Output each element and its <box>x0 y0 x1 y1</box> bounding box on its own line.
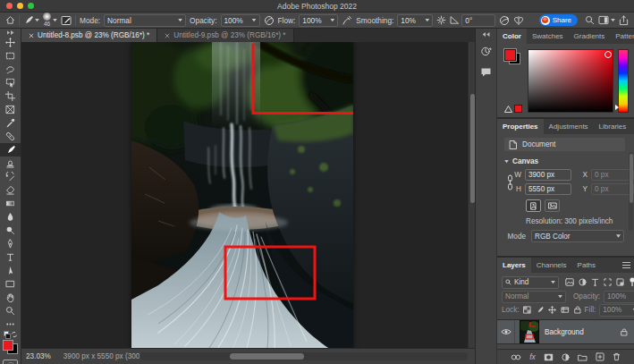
layer-effects-icon[interactable]: fx <box>529 352 536 361</box>
crop-tool[interactable] <box>0 89 21 103</box>
link-dimensions-icon[interactable] <box>506 169 514 195</box>
layer-name[interactable]: Background <box>545 328 621 336</box>
blur-tool[interactable] <box>0 210 21 224</box>
smoothing-select[interactable]: 10% <box>397 14 433 27</box>
hue-slider[interactable] <box>618 49 629 113</box>
color-picker-handle[interactable] <box>604 51 612 58</box>
object-selection-tool[interactable] <box>0 76 21 89</box>
delete-layer-icon[interactable] <box>613 352 621 361</box>
saturation-brightness-field[interactable] <box>528 49 613 113</box>
brush-preset-picker[interactable]: 46 <box>43 13 57 28</box>
history-brush-tool[interactable] <box>0 170 21 183</box>
type-tool[interactable] <box>0 250 21 264</box>
layer-opacity-select[interactable]: 100% <box>604 291 634 303</box>
comments-icon[interactable] <box>476 64 496 80</box>
toggle-brush-settings-icon[interactable] <box>61 15 72 26</box>
close-icon[interactable] <box>29 33 34 38</box>
lock-all-icon[interactable] <box>574 306 581 314</box>
default-swap-colors[interactable] <box>4 331 18 338</box>
tab-color[interactable]: Color <box>497 29 527 44</box>
export-share-icon[interactable] <box>619 15 629 26</box>
canvas-document[interactable] <box>131 42 353 349</box>
zoom-tool[interactable] <box>0 304 21 317</box>
lock-artboard-icon[interactable] <box>561 306 570 314</box>
x-input[interactable]: 0 px <box>591 169 634 181</box>
new-layer-icon[interactable] <box>596 352 604 361</box>
home-icon[interactable] <box>5 15 15 25</box>
pen-tool[interactable] <box>0 237 21 250</box>
workspace-switcher[interactable] <box>598 15 615 25</box>
document-tab-untitled-9[interactable]: Untitled-9.psb @ 23% (RGB/16*) * <box>157 29 293 42</box>
link-layers-icon[interactable] <box>511 354 521 360</box>
filter-shape-layers-icon[interactable] <box>604 278 612 286</box>
share-button[interactable]: Share <box>539 14 578 26</box>
new-adjustment-layer-icon[interactable] <box>562 353 570 361</box>
airbrush-icon[interactable] <box>342 15 352 26</box>
blend-mode-select[interactable]: Normal <box>104 14 186 27</box>
healing-brush-tool[interactable] <box>0 130 21 143</box>
filter-type-layers-icon[interactable] <box>591 278 599 286</box>
tab-adjustments[interactable]: Adjustments <box>544 119 594 134</box>
layer-blend-mode-select[interactable]: Normal <box>502 291 566 303</box>
minimize-window-button[interactable] <box>17 3 23 9</box>
document-tab-untitled-8[interactable]: Untitled-8.psb @ 23% (RGB/16*) * <box>21 29 157 42</box>
opacity-select[interactable]: 100% <box>221 14 260 27</box>
symmetry-icon[interactable] <box>513 15 524 26</box>
layer-filter-select[interactable]: Kind <box>502 276 559 289</box>
maximize-window-button[interactable] <box>28 3 34 9</box>
tab-gradients[interactable]: Gradients <box>569 29 611 44</box>
flow-select[interactable]: 100% <box>299 14 338 27</box>
smoothing-options-gear-icon[interactable] <box>436 15 446 25</box>
tab-libraries[interactable]: Libraries <box>594 119 632 134</box>
pasteboard[interactable] <box>21 42 469 349</box>
gamut-color-swatch[interactable] <box>514 105 522 113</box>
rectangle-tool[interactable] <box>0 277 21 291</box>
y-input[interactable]: 0 px <box>591 183 634 195</box>
layer-thumbnail[interactable] <box>520 320 539 343</box>
brush-tool[interactable] <box>0 143 21 157</box>
filter-smart-objects-icon[interactable] <box>616 278 624 286</box>
add-mask-icon[interactable] <box>544 353 554 361</box>
properties-scrollbar[interactable] <box>629 152 633 231</box>
dock-collapse-button[interactable] <box>483 30 490 38</box>
eraser-tool[interactable] <box>0 183 21 197</box>
new-group-icon[interactable] <box>578 353 588 361</box>
filter-adjustment-layers-icon[interactable] <box>579 278 587 286</box>
foreground-color-swatch[interactable] <box>3 340 13 351</box>
pressure-opacity-icon[interactable] <box>264 15 275 26</box>
brush-angle-control[interactable]: 0° <box>450 14 495 27</box>
filter-pixel-layers-icon[interactable] <box>565 278 574 286</box>
close-icon[interactable] <box>165 33 170 38</box>
panel-menu-icon[interactable] <box>622 262 630 268</box>
layer-row-background[interactable]: Background <box>497 319 634 344</box>
lasso-tool[interactable] <box>0 63 21 76</box>
tab-properties[interactable]: Properties <box>497 119 544 134</box>
zoom-level-input[interactable]: 23.03% <box>26 352 51 360</box>
horizontal-scrollbar-thumb[interactable] <box>230 353 304 360</box>
landscape-orientation-button[interactable] <box>545 199 560 212</box>
quick-mask-icon[interactable] <box>3 360 18 364</box>
tool-preset-button[interactable] <box>23 15 39 25</box>
move-tool[interactable] <box>0 36 21 49</box>
layer-visibility-toggle[interactable] <box>497 320 515 343</box>
gradient-tool[interactable] <box>0 197 21 210</box>
frame-tool[interactable] <box>0 103 21 116</box>
eyedropper-tool[interactable] <box>0 116 21 130</box>
lock-position-icon[interactable] <box>548 306 556 314</box>
filter-toggle-icon[interactable] <box>629 277 634 287</box>
foreground-background-colors[interactable] <box>504 49 520 64</box>
portrait-orientation-button[interactable] <box>526 199 541 212</box>
color-mode-select[interactable]: RGB Color <box>531 230 624 242</box>
hand-tool[interactable] <box>0 291 21 304</box>
path-selection-tool[interactable] <box>0 264 21 277</box>
edit-toolbar-ellipsis-icon[interactable] <box>0 317 21 331</box>
tab-patterns[interactable]: Patterns <box>610 29 634 44</box>
properties-scrollbar-thumb[interactable] <box>630 154 633 203</box>
close-window-button[interactable] <box>6 3 13 9</box>
dodge-tool[interactable] <box>0 224 21 237</box>
lock-pixels-icon[interactable] <box>536 306 544 314</box>
foreground-color-swatch[interactable] <box>504 49 516 61</box>
pressure-size-icon[interactable] <box>499 15 510 26</box>
toolbar-collapse-button[interactable] <box>7 30 14 35</box>
height-input[interactable]: 5550 px <box>525 183 571 195</box>
